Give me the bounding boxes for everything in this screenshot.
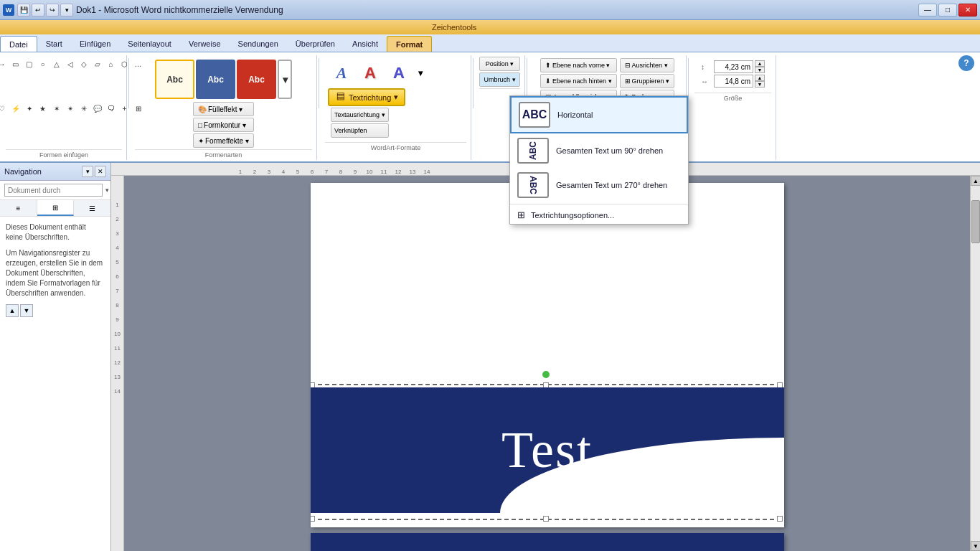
ruler-mark: 10 [362, 169, 377, 175]
close-button[interactable]: ✕ [958, 4, 977, 17]
fulleffekt-btn[interactable]: 🎨 Fülleffekt ▾ [193, 102, 254, 116]
wordart-more-btn[interactable]: ▾ [414, 60, 427, 87]
bring-forward-icon: ⬆ [545, 62, 551, 69]
textausrichtung-btn[interactable]: Textausrichtung ▾ [331, 108, 389, 122]
tab-format[interactable]: Format [387, 36, 432, 52]
tab-uberprüfen[interactable]: Überprüfen [287, 36, 344, 52]
shape-rect[interactable]: ▭ [10, 58, 22, 70]
more-quick-btn[interactable]: ▾ [60, 4, 73, 17]
title-text: Dok1 - Microsoft Word nichtkommerzielle … [76, 5, 283, 15]
sep1 [128, 58, 129, 108]
width-down[interactable]: ▼ [755, 81, 765, 88]
ebene-hinten-btn[interactable]: ⬇ Ebene nach hinten ▾ [540, 74, 617, 88]
textrichtung-button[interactable]: ▤ Textrichtung ▾ [328, 88, 405, 106]
height-down[interactable]: ▼ [755, 67, 765, 73]
maximize-button[interactable]: □ [938, 4, 957, 17]
textrichtung-options[interactable]: ⊞ Textrichtungsoptionen... [510, 206, 688, 224]
main-area: Navigation ▾ ✕ ▾ ≡ ⊞ ☰ Dieses Dokument e… [0, 163, 980, 551]
nav-next-btn[interactable]: ▼ [20, 304, 33, 317]
shape-star8[interactable]: ✴ [65, 103, 76, 114]
textrichtung-rotate270[interactable]: ABC Gesamten Text um 270° drehen [510, 168, 688, 202]
tab-datei[interactable]: Datei [0, 36, 37, 52]
tab-seitenlayout[interactable]: Seitenlayout [119, 36, 180, 52]
scroll-thumb[interactable] [971, 200, 980, 243]
scroll-up-btn[interactable]: ▲ [971, 176, 980, 186]
tab-einfugen[interactable]: Einfügen [71, 36, 119, 52]
doc-page-2[interactable] [311, 533, 784, 551]
textrichtung-rotate90[interactable]: ABC Gesamten Text um 90° drehen [510, 133, 688, 168]
ruler-mark: 5 [291, 169, 305, 175]
shape-trap[interactable]: ⌂ [105, 58, 117, 70]
shape-star4[interactable]: ✦ [24, 103, 35, 114]
nav-tab-results[interactable]: ☰ [74, 200, 110, 216]
width-up[interactable]: ▲ [755, 75, 765, 81]
undo-btn[interactable]: ↩ [32, 4, 44, 17]
gruppieren-btn[interactable]: ⊞ Gruppieren ▾ [620, 74, 675, 88]
shape-style-blue[interactable]: Abc [196, 60, 235, 99]
shape-burst[interactable]: ✳ [78, 103, 90, 114]
search-dropdown-btn[interactable]: ▾ [105, 187, 109, 194]
nav-tab-headings[interactable]: ≡ [0, 200, 37, 216]
verkn-btn[interactable]: Verknüpfen [331, 123, 389, 138]
minimize-button[interactable]: — [918, 4, 937, 17]
help-button[interactable]: ? [958, 55, 974, 71]
formkontur-btn[interactable]: □ Formkontur ▾ [193, 118, 254, 132]
nav-tab-pages[interactable]: ⊞ [37, 200, 75, 216]
doc-page-1[interactable]: Test [311, 183, 784, 527]
nav-options-btn[interactable]: ▾ [82, 166, 93, 177]
shape-heart[interactable]: ♡ [0, 103, 8, 114]
nav-search-input[interactable] [4, 184, 103, 197]
shape-para[interactable]: ▱ [92, 58, 103, 70]
scroll-down-btn[interactable]: ▼ [971, 541, 980, 551]
rotate-handle[interactable] [542, 371, 550, 378]
ebene-vorne-btn[interactable]: ⬆ Ebene nach vorne ▾ [540, 58, 617, 72]
title-bar-controls: — □ ✕ [918, 4, 977, 17]
tab-start[interactable]: Start [37, 36, 71, 52]
v-ruler-mark: 3 [116, 226, 118, 240]
formenarten-label: Formenarten [135, 149, 312, 159]
formeffekte-btn[interactable]: ✦ Formeffekte ▾ [193, 133, 254, 148]
save-quick-btn[interactable]: 💾 [17, 4, 30, 17]
shape-lightning[interactable]: ⚡ [10, 103, 22, 114]
shape-star6[interactable]: ✶ [51, 103, 62, 114]
shape-diamond[interactable]: ◇ [78, 58, 90, 70]
height-input[interactable] [714, 60, 753, 73]
tab-sendungen[interactable]: Sendungen [230, 36, 287, 52]
rotate90-label: Gesamten Text um 90° drehen [556, 146, 663, 155]
width-input[interactable] [714, 75, 753, 88]
nav-title: Navigation [4, 167, 42, 176]
shape-circle[interactable]: ○ [37, 58, 49, 70]
shape-rounded-rect[interactable]: ▢ [24, 58, 35, 70]
shape-callout[interactable]: 💬 [92, 103, 103, 114]
shape-callout2[interactable]: 🗨 [105, 103, 117, 114]
tab-verweise[interactable]: Verweise [180, 36, 230, 52]
shape-star5[interactable]: ★ [37, 103, 49, 114]
wordart-style-2[interactable]: A [357, 60, 384, 87]
shape-arrow[interactable]: → [0, 58, 8, 70]
ruler-mark: 2 [248, 169, 262, 175]
wordart-style-3[interactable]: A [385, 60, 413, 87]
v-ruler-mark: 12 [114, 355, 121, 369]
redo-btn[interactable]: ↪ [46, 4, 59, 17]
options-icon: ⊞ [517, 209, 525, 220]
umbruch-btn[interactable]: Umbruch ▾ [479, 72, 520, 87]
shape-style-more[interactable]: ▾ [278, 60, 292, 99]
align-icon: ⊟ [625, 62, 631, 69]
shape-triangle[interactable]: △ [51, 58, 62, 70]
shape-style-red[interactable]: Abc [237, 60, 276, 99]
ruler-vertical: 1 2 3 4 5 6 7 8 9 10 11 12 13 14 [111, 176, 124, 551]
v-ruler-mark: 7 [116, 283, 118, 298]
height-up[interactable]: ▲ [755, 60, 765, 67]
tab-ansicht[interactable]: Ansicht [344, 36, 387, 52]
shape-style-white[interactable]: Abc [155, 60, 194, 99]
shape-rt[interactable]: ◁ [65, 58, 76, 70]
textrichtung-horizontal[interactable]: ABC Horizontal [510, 96, 688, 133]
position-btn[interactable]: Position ▾ [479, 57, 520, 71]
ruler-mark: 4 [276, 169, 291, 175]
nav-prev-btn[interactable]: ▲ [6, 304, 19, 317]
quick-access-toolbar: 💾 ↩ ↪ ▾ [17, 4, 73, 17]
ausrichten-btn[interactable]: ⊟ Ausrichten ▾ [620, 58, 675, 72]
wordart-style-1[interactable]: A [328, 60, 355, 87]
scroll-track[interactable] [971, 186, 980, 541]
nav-close-btn[interactable]: ✕ [95, 166, 106, 177]
